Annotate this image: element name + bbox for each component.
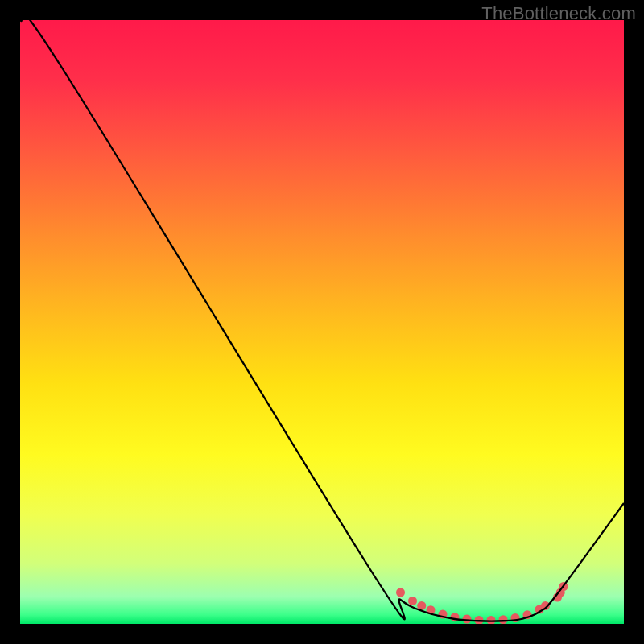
marker-dot [487,616,496,624]
chart-frame: TheBottleneck.com [0,0,644,644]
bottleneck-curve [20,20,624,621]
curve-layer [20,20,624,624]
plot-area [20,20,624,624]
marker-dot [408,597,417,605]
markers-group [396,582,568,624]
marker-dot [396,588,405,597]
marker-dot [499,615,508,624]
marker-dot [463,615,472,624]
watermark-text: TheBottleneck.com [481,3,636,24]
